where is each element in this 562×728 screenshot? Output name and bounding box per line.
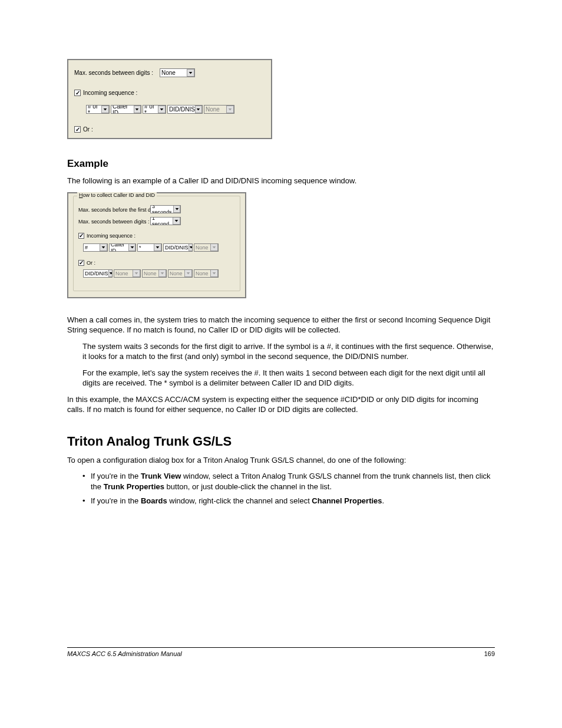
label-incoming: Incoming sequence : <box>83 90 137 96</box>
combo-b1[interactable]: DID/DNIS <box>83 269 113 278</box>
text-intro: The following is an example of a Caller … <box>67 176 495 186</box>
groupbox-legend: How to collect Caller ID and DID <box>77 192 157 198</box>
screenshot-sequence-partial: Max. seconds between digits : None ✓ Inc… <box>67 59 272 139</box>
chevron-down-icon[interactable] <box>187 69 194 77</box>
chevron-down-icon <box>210 243 218 251</box>
bullet-list: If you're in the Trunk View window, sele… <box>82 471 495 506</box>
text-in-this-example: In this example, the MAXCS ACC/ACM syste… <box>67 394 495 415</box>
checkbox-or[interactable]: ✓ <box>78 260 84 266</box>
combo-seq1-1[interactable]: # or * <box>86 105 110 114</box>
combo-max-between[interactable]: 1 second <box>150 217 181 225</box>
chevron-down-icon[interactable] <box>101 106 109 113</box>
label-max-between: Max. seconds between digits : <box>78 219 150 225</box>
screenshot-sequence-full: How to collect Caller ID and DID Max. se… <box>67 192 246 298</box>
chevron-down-icon <box>226 106 234 113</box>
combo-max-between[interactable]: None <box>160 68 195 77</box>
combo-seq1-5: None <box>204 105 234 114</box>
list-item: If you're in the Trunk View window, sele… <box>82 471 495 492</box>
chevron-down-icon <box>210 269 218 277</box>
text-open-dialog: To open a configuration dialog box for a… <box>67 455 495 466</box>
chevron-down-icon[interactable] <box>158 106 166 113</box>
combo-b4: None <box>168 269 193 278</box>
chevron-down-icon <box>184 269 192 277</box>
chevron-down-icon[interactable] <box>134 106 141 113</box>
text-system-waits: The system waits 3 seconds for the first… <box>82 341 495 362</box>
chevron-down-icon[interactable] <box>173 205 180 213</box>
combo-a3[interactable]: * <box>137 243 162 252</box>
label-incoming: Incoming sequence : <box>87 233 135 239</box>
label-or: Or : <box>87 260 95 266</box>
heading-triton: Triton Analog Trunk GS/LS <box>67 434 495 449</box>
combo-seq1-3[interactable]: # or * <box>143 105 166 114</box>
combo-a5: None <box>194 243 219 252</box>
label-or: Or : <box>83 126 93 133</box>
chevron-down-icon <box>158 269 166 277</box>
combo-b3: None <box>142 269 167 278</box>
combo-a2[interactable]: Caller ID <box>109 243 136 252</box>
heading-example: Example <box>67 158 495 170</box>
list-item: If you're in the Boards window, right-cl… <box>82 496 495 506</box>
chevron-down-icon[interactable] <box>154 243 161 251</box>
combo-b2: None <box>114 269 141 278</box>
combo-row-1: # or * Caller ID # or * DID/DNIS None <box>86 105 234 114</box>
combo-row-b: DID/DNIS None None None None <box>83 269 219 278</box>
label-max-between: Max. seconds between digits : <box>74 70 153 76</box>
row-incoming-seq: ✓ Incoming sequence : <box>74 90 137 96</box>
combo-b5: None <box>194 269 219 278</box>
combo-max-before[interactable]: 3 seconds <box>150 205 181 213</box>
checkbox-incoming[interactable]: ✓ <box>74 90 81 96</box>
combo-seq1-2[interactable]: Caller ID <box>111 105 141 114</box>
text-when-call: When a call comes in, the system tries t… <box>67 315 495 335</box>
row-incoming: ✓ Incoming sequence : <box>78 233 135 239</box>
label-max-before: Max. seconds before the first digit : <box>78 207 161 213</box>
chevron-down-icon[interactable] <box>128 243 135 251</box>
page-footer: MAXCS ACC 6.5 Administration Manual 169 <box>67 647 495 657</box>
combo-value: None <box>161 70 176 76</box>
combo-a4[interactable]: DID/DNIS <box>163 243 193 252</box>
row-or: ✓ Or : <box>74 126 93 133</box>
footer-page-number: 169 <box>484 650 495 657</box>
combo-row-a: # Caller ID * DID/DNIS None <box>83 243 219 252</box>
chevron-down-icon <box>133 269 140 277</box>
row-or: ✓ Or : <box>78 260 95 266</box>
footer-title: MAXCS ACC 6.5 Administration Manual <box>67 650 182 657</box>
checkbox-incoming[interactable]: ✓ <box>78 233 84 239</box>
chevron-down-icon[interactable] <box>195 106 202 113</box>
text-for-example: For the example, let's say the system re… <box>82 368 495 388</box>
chevron-down-icon[interactable] <box>100 243 107 251</box>
checkbox-or[interactable]: ✓ <box>74 126 81 133</box>
combo-seq1-4[interactable]: DID/DNIS <box>167 105 203 114</box>
chevron-down-icon[interactable] <box>108 269 113 277</box>
chevron-down-icon[interactable] <box>173 217 180 225</box>
combo-a1[interactable]: # <box>83 243 108 252</box>
groupbox: How to collect Caller ID and DID Max. se… <box>73 196 240 291</box>
chevron-down-icon[interactable] <box>189 243 193 251</box>
